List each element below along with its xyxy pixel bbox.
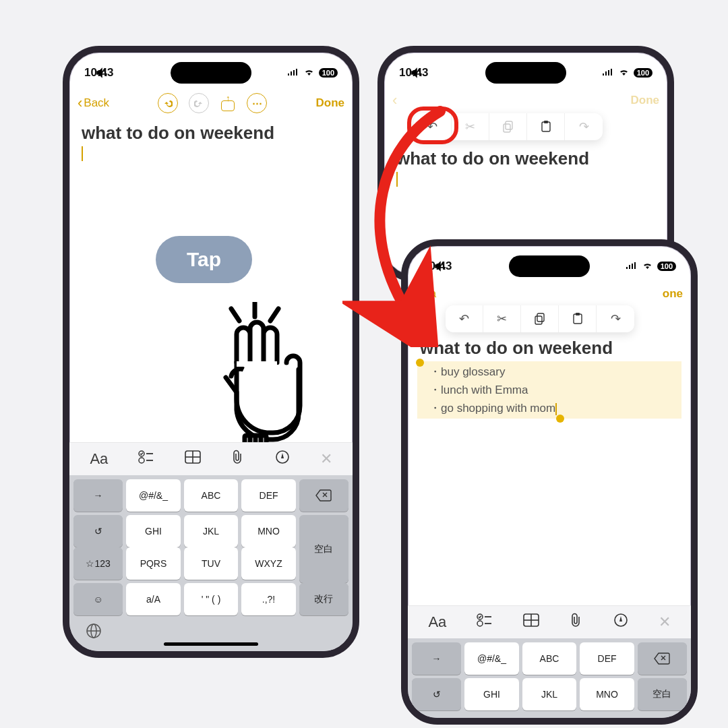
key[interactable]: WXYZ [241,547,296,580]
three-finger-tap-icon [204,302,305,450]
format-bar: Aa ✕ [69,442,353,475]
checklist-button[interactable] [138,450,154,468]
notch [509,255,590,277]
table-button[interactable] [523,613,539,631]
text-format-button[interactable]: Aa [428,613,446,631]
signal-icon [626,262,638,272]
copy-action[interactable] [521,305,559,332]
key[interactable]: @#/&_ [126,479,181,512]
svg-rect-23 [535,316,542,324]
svg-rect-24 [574,314,582,324]
format-bar: Aa ✕ [408,605,691,638]
key[interactable]: PQRS [126,547,181,580]
globe-icon[interactable] [86,623,102,643]
back-button[interactable]: ‹ Back [78,96,109,111]
key[interactable]: DEF [241,479,296,512]
table-button[interactable] [185,450,201,468]
selection-handle-icon[interactable] [416,359,424,367]
selection-handle-icon[interactable] [556,415,564,423]
silent-icon [411,67,422,81]
edit-toolbar: ↶ ✂ ↷ [446,305,634,332]
battery-icon: 100 [634,68,653,78]
text-format-button[interactable]: Aa [90,450,108,468]
key-backspace[interactable] [638,642,687,675]
cut-action[interactable]: ✂ [483,305,521,332]
svg-rect-20 [542,122,550,131]
home-indicator [164,642,258,646]
key-space[interactable]: 空白 [638,678,687,710]
key[interactable]: ' " ( ) [184,583,239,615]
key-backspace[interactable] [299,479,348,512]
key-next[interactable]: → [412,642,461,675]
key[interactable]: DEF [580,642,634,675]
note-body[interactable] [384,172,667,188]
keyboard: → @#/&_ ABC DEF ↺ GHI JKL MNO 空白 [408,638,691,718]
share-button[interactable]: ↑ [220,95,236,111]
key[interactable]: .,?! [241,583,296,615]
svg-rect-21 [544,121,548,123]
key-undo[interactable]: ↺ [412,678,461,710]
back-button[interactable]: ‹ [392,93,397,108]
redo-button[interactable] [189,93,209,113]
wifi-icon [618,68,630,78]
note-title[interactable]: what to do on weekend [69,119,353,146]
wifi-icon [642,262,653,272]
key[interactable]: MNO [241,515,296,547]
svg-line-1 [231,309,239,321]
selected-text[interactable]: ・buy glossary ・lunch with Emma ・go shopp… [417,361,681,419]
redo-action[interactable]: ↷ [597,305,634,332]
undo-action[interactable]: ↶ [446,305,483,332]
more-button[interactable]: ⋯ [247,93,267,113]
close-keyboard-button[interactable]: ✕ [659,613,671,631]
done-button[interactable]: Done [316,96,345,110]
key[interactable]: MNO [580,678,634,710]
undo-button[interactable] [158,93,178,113]
key[interactable]: GHI [464,678,519,710]
key[interactable]: TUV [184,547,239,580]
close-keyboard-button[interactable]: ✕ [320,450,332,468]
key[interactable]: @#/&_ [464,642,519,675]
key-123[interactable]: ☆123 [73,547,123,580]
list-item: ・lunch with Emma [429,381,669,399]
silent-icon [435,261,446,274]
note-body[interactable] [69,146,353,162]
markup-button[interactable] [275,450,290,468]
paste-action[interactable] [559,305,597,332]
copy-action[interactable] [489,113,527,140]
key-emoji[interactable]: ☺ [73,583,123,615]
wifi-icon [303,68,315,78]
key-undo[interactable]: ↺ [73,515,123,547]
key[interactable]: a/A [126,583,181,615]
list-item: ・go shopping with mom [429,399,669,417]
svg-point-28 [477,621,483,626]
key[interactable]: GHI [126,515,181,547]
chevron-left-icon: ‹ [78,96,82,111]
phone-mockup-1: 10:43 100 ‹ Back [63,46,359,658]
key[interactable]: ABC [522,642,577,675]
redo-action[interactable]: ↷ [565,113,603,140]
keyboard: → @#/&_ ABC DEF ↺ GHI JKL MNO 空白 ☆123 PQ… [69,475,353,651]
svg-rect-18 [506,121,512,129]
svg-point-9 [139,458,144,463]
svg-rect-22 [537,313,544,322]
key-return[interactable]: 改行 [299,583,348,615]
tap-instruction-badge: Tap [156,236,252,283]
key[interactable]: JKL [184,515,239,547]
attachment-button[interactable] [570,613,583,632]
notch [171,62,251,84]
done-button[interactable]: one [663,287,683,301]
checklist-button[interactable] [477,613,493,631]
done-button[interactable]: Done [630,94,659,107]
back-button[interactable]: ‹Ba [416,286,436,301]
signal-icon [287,68,299,78]
arrow-up-icon: ↑ [226,93,231,103]
key[interactable]: JKL [522,678,577,710]
notch [485,62,566,84]
key-next[interactable]: → [73,479,123,512]
attachment-button[interactable] [231,450,245,468]
key[interactable]: ABC [184,479,239,512]
battery-icon: 100 [319,68,338,78]
paste-action[interactable] [527,113,565,140]
markup-button[interactable] [613,613,628,632]
silent-icon [96,67,107,80]
